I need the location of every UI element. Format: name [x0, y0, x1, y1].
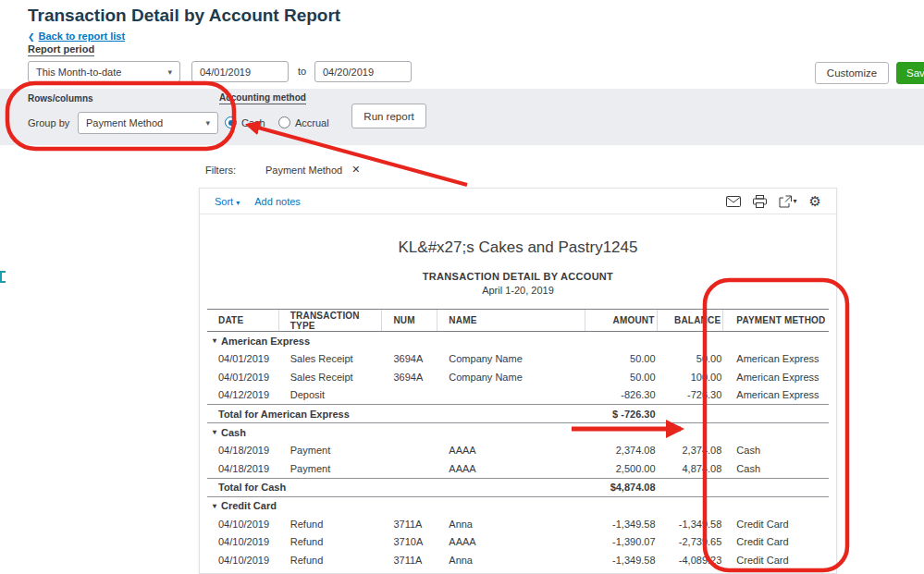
- table-cell: Refund: [279, 536, 383, 547]
- date-from-input[interactable]: 04/01/2019: [191, 61, 289, 82]
- filters-row: Filters: Payment Method ✕: [205, 164, 360, 176]
- table-cell: Payment: [279, 463, 383, 474]
- table-cell: 04/10/2019: [207, 519, 279, 530]
- table-cell: 50.00: [658, 353, 724, 364]
- group-by-label: Group by: [28, 117, 69, 128]
- table-row[interactable]: 04/01/2019Sales Receipt3694ACompany Name…: [207, 368, 829, 386]
- report-period-dropdown[interactable]: This Month-to-date ▾: [28, 61, 180, 82]
- table-cell: 04/10/2019: [207, 555, 279, 566]
- table-cell: Refund: [279, 519, 383, 530]
- chevron-down-icon: ▾: [794, 197, 797, 205]
- run-report-button[interactable]: Run report: [351, 104, 426, 128]
- table-cell: 04/01/2019: [207, 372, 279, 383]
- column-header: NUM: [382, 310, 437, 331]
- cash-radio-label: Cash: [241, 117, 265, 128]
- accrual-radio[interactable]: [278, 116, 290, 128]
- table-cell: American Express: [723, 372, 829, 383]
- table-cell: Deposit: [279, 389, 383, 400]
- page-title: Transaction Detail by Account Report: [28, 6, 340, 26]
- gear-icon[interactable]: ⚙: [809, 194, 821, 208]
- column-header: TRANSACTION TYPE: [279, 310, 383, 331]
- table-row[interactable]: 04/10/2019Refund3711AAnna-1,349.58-1,349…: [207, 515, 829, 533]
- print-icon[interactable]: [753, 195, 767, 208]
- remove-filter-icon[interactable]: ✕: [351, 164, 360, 176]
- table-cell: -826.30: [585, 389, 658, 400]
- chevron-down-icon: ▾: [205, 118, 210, 128]
- table-cell: -1,349.58: [585, 519, 658, 530]
- customize-button[interactable]: Customize: [815, 62, 889, 84]
- table-cell: -726.30: [658, 389, 724, 400]
- table-cell: Anna: [437, 519, 585, 530]
- table-cell: 4,874.08: [658, 463, 724, 474]
- table-cell: 2,374.08: [585, 445, 658, 456]
- table-cell: 04/18/2019: [207, 445, 279, 456]
- date-to-input[interactable]: 04/20/2019: [314, 61, 412, 82]
- table-cell: 2,500.00: [585, 463, 658, 474]
- table-cell: AAAA: [437, 445, 585, 456]
- table-cell: 3710A: [382, 536, 437, 547]
- back-to-report-list-link[interactable]: ❮Back to report list: [28, 31, 125, 42]
- table-cell: 2,374.08: [658, 445, 724, 456]
- collapse-triangle-icon[interactable]: ▾: [213, 502, 216, 510]
- table-cell: 3694A: [382, 372, 437, 383]
- total-amount: $4,874.08: [585, 482, 658, 493]
- add-notes-button[interactable]: Add notes: [254, 196, 301, 207]
- save-customization-button[interactable]: Sav: [896, 62, 924, 84]
- table-cell: AAAA: [437, 536, 585, 547]
- table-cell: American Express: [723, 389, 829, 400]
- table-cell: Cash: [723, 445, 829, 456]
- column-header: DATE: [207, 310, 279, 331]
- total-amount: $ -726.30: [585, 409, 658, 420]
- column-header: AMOUNT: [585, 310, 658, 331]
- table-cell: Sales Receipt: [279, 353, 383, 364]
- report-card: Sort ▾ Add notes ▾ ⚙ KL&#x27;s Cakes and…: [199, 188, 837, 574]
- collapse-triangle-icon[interactable]: ▾: [213, 336, 216, 345]
- collapse-triangle-icon[interactable]: ▾: [213, 428, 216, 436]
- table-cell: 3694A: [382, 353, 437, 364]
- table-cell: -1,390.07: [585, 536, 658, 547]
- table-row[interactable]: 04/10/2019Refund3710AAAAA-40.49-4,129.72…: [207, 569, 829, 574]
- filter-chip: Payment Method: [265, 165, 342, 176]
- table-cell: 3711A: [382, 555, 437, 566]
- table-row[interactable]: 04/10/2019Refund3711AAnna-1,349.58-4,089…: [207, 551, 829, 569]
- report-title: TRANSACTION DETAIL BY ACCOUNT: [200, 271, 836, 282]
- table-row[interactable]: 04/12/2019Deposit-826.30-726.30American …: [207, 386, 829, 405]
- total-label: Total for American Express: [207, 409, 585, 420]
- report-period-label: Report period: [28, 43, 94, 56]
- filters-label: Filters:: [205, 165, 236, 176]
- group-label: Credit Card: [221, 500, 277, 511]
- report-table-head: DATETRANSACTION TYPENUMNAMEAMOUNTBALANCE…: [207, 309, 829, 332]
- rows-columns-label: Rows/columns: [28, 93, 93, 104]
- table-row[interactable]: 04/10/2019Refund3710AAAAA-1,390.07-2,739…: [207, 533, 829, 552]
- chevron-left-icon: ❮: [28, 32, 35, 42]
- total-row: Total for Cash$4,874.08: [207, 478, 829, 497]
- table-row[interactable]: 04/18/2019PaymentAAAA2,374.082,374.08Cas…: [207, 442, 829, 460]
- table-cell: Payment: [279, 445, 383, 456]
- report-date-range: April 1-20, 2019: [200, 285, 836, 296]
- table-cell: 04/01/2019: [207, 353, 279, 364]
- export-icon[interactable]: ▾: [779, 195, 797, 208]
- table-cell: 04/12/2019: [207, 389, 279, 400]
- company-name: KL&#x27;s Cakes and Pastry1245: [200, 238, 836, 257]
- column-header: NAME: [437, 310, 585, 331]
- sort-dropdown[interactable]: Sort ▾: [215, 196, 240, 207]
- table-row[interactable]: 04/01/2019Sales Receipt3694ACompany Name…: [207, 350, 829, 369]
- email-icon[interactable]: [726, 196, 741, 207]
- table-cell: -1,349.58: [585, 555, 658, 566]
- table-row[interactable]: 04/18/2019PaymentAAAA2,500.004,874.08Cas…: [207, 459, 829, 478]
- table-cell: Company Name: [437, 353, 585, 364]
- table-cell: 3711A: [382, 519, 437, 530]
- column-header: BALANCE: [658, 310, 724, 331]
- table-cell: -4,089.23: [658, 555, 724, 566]
- table-cell: 100.00: [658, 372, 724, 383]
- report-table-body: ▾American Express04/01/2019Sales Receipt…: [207, 332, 829, 574]
- table-cell: 50.00: [585, 372, 658, 383]
- to-label: to: [298, 66, 306, 77]
- table-cell: Credit Card: [723, 555, 829, 566]
- cash-radio[interactable]: [225, 116, 237, 128]
- group-by-dropdown[interactable]: Payment Method ▾: [78, 112, 218, 134]
- total-label: Total for Cash: [207, 482, 585, 493]
- group-row: ▾Cash: [207, 423, 829, 442]
- table-cell: American Express: [723, 353, 829, 364]
- table-cell: Credit Card: [723, 536, 829, 547]
